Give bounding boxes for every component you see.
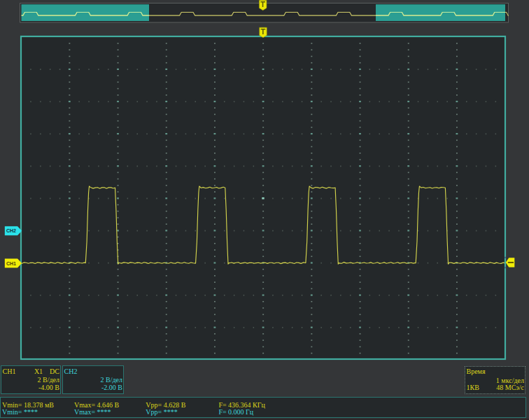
svg-text:CH1: CH1 <box>6 261 16 266</box>
svg-text:CH2: CH2 <box>6 228 16 233</box>
